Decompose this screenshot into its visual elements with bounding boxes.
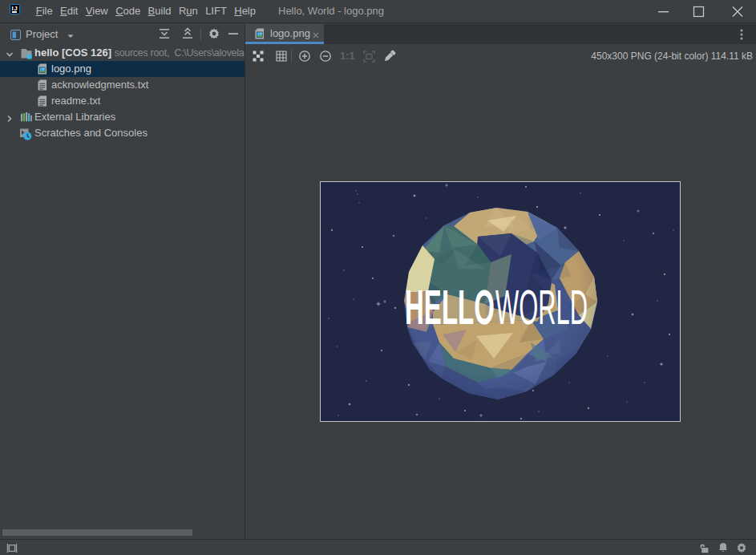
svg-text:WORLD: WORLD: [495, 279, 588, 334]
svg-text:HELLO: HELLO: [405, 279, 495, 334]
